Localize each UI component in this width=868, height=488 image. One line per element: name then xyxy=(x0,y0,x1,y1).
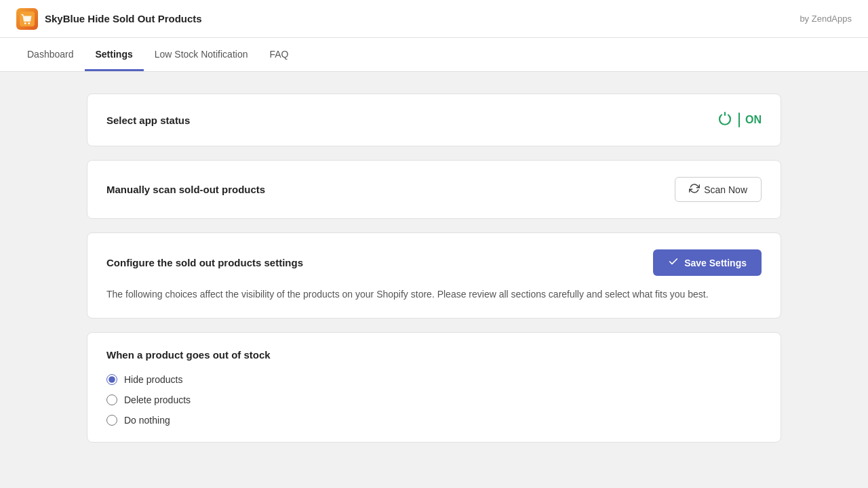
nav-faq[interactable]: FAQ xyxy=(258,38,299,71)
on-label: ON xyxy=(745,114,762,126)
svg-point-2 xyxy=(28,22,30,24)
main-nav: Dashboard Settings Low Stock Notificatio… xyxy=(0,38,868,72)
configure-header: Configure the sold out products settings… xyxy=(106,249,762,276)
checkmark-icon xyxy=(668,256,679,269)
app-status-card: Select app status ON xyxy=(87,94,781,146)
radio-delete-input[interactable] xyxy=(106,394,117,405)
app-header: SkyBlue Hide Sold Out Products by ZendAp… xyxy=(0,0,868,38)
radio-delete-products[interactable]: Delete products xyxy=(106,394,762,405)
scan-now-button[interactable]: Scan Now xyxy=(675,177,762,202)
nav-settings[interactable]: Settings xyxy=(85,38,144,71)
radio-nothing-input[interactable] xyxy=(106,415,117,426)
svg-point-1 xyxy=(24,22,26,24)
save-settings-label: Save Settings xyxy=(684,258,747,268)
main-content: Select app status ON Manually scan sold-… xyxy=(0,72,868,478)
radio-nothing-label: Do nothing xyxy=(124,415,170,426)
power-toggle[interactable]: ON xyxy=(717,110,762,129)
radio-hide-products[interactable]: Hide products xyxy=(106,374,762,385)
radio-do-nothing[interactable]: Do nothing xyxy=(106,415,762,426)
app-status-title: Select app status xyxy=(106,115,190,126)
scan-now-label: Scan Now xyxy=(704,184,747,195)
radio-delete-label: Delete products xyxy=(124,394,191,405)
vendor-label: by ZendApps xyxy=(800,14,852,24)
out-of-stock-options: Hide products Delete products Do nothing xyxy=(106,374,762,426)
out-of-stock-title: When a product goes out of stock xyxy=(106,349,762,361)
configure-card: Configure the sold out products settings… xyxy=(87,232,781,319)
power-icon xyxy=(717,110,733,129)
app-icon xyxy=(16,8,38,30)
header-left: SkyBlue Hide Sold Out Products xyxy=(16,8,202,30)
manual-scan-title: Manually scan sold-out products xyxy=(106,184,265,195)
configure-title: Configure the sold out products settings xyxy=(106,257,303,268)
configure-description: The following choices affect the visibil… xyxy=(106,287,762,302)
nav-dashboard[interactable]: Dashboard xyxy=(16,38,85,71)
radio-hide-label: Hide products xyxy=(124,374,182,385)
nav-low-stock[interactable]: Low Stock Notification xyxy=(144,38,259,71)
refresh-icon xyxy=(689,183,700,196)
manual-scan-card: Manually scan sold-out products Scan Now xyxy=(87,160,781,219)
out-of-stock-card: When a product goes out of stock Hide pr… xyxy=(87,332,781,443)
power-divider xyxy=(738,113,740,127)
app-title: SkyBlue Hide Sold Out Products xyxy=(45,13,202,24)
save-settings-button[interactable]: Save Settings xyxy=(653,249,762,276)
radio-hide-input[interactable] xyxy=(106,374,117,385)
